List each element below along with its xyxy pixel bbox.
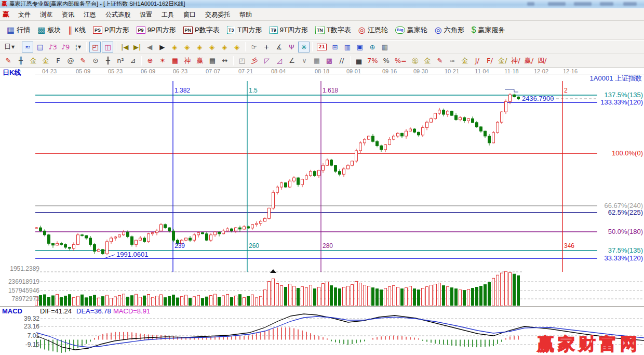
macd-hist-value: MACD=8.91: [113, 308, 150, 314]
gann-vline-count-label: 280: [323, 243, 333, 249]
gann-level-label: 62.5%(225): [608, 209, 643, 216]
volume-axis-label: 236918919: [3, 279, 39, 285]
gann-level-label: 133.33%(120): [600, 99, 643, 106]
volume-series: [35, 271, 520, 306]
date-label: 05-23: [108, 68, 123, 75]
macd-indicator-label[interactable]: MACD: [2, 308, 22, 314]
macd-axis-label: 39.32: [3, 315, 39, 322]
period-label: 日K线: [3, 69, 21, 76]
last-price-label: 2436.7900: [522, 95, 554, 102]
date-label: 09-30: [413, 68, 428, 75]
gann-level-label: 37.5%(135): [608, 247, 643, 254]
symbol-label: 1A0001 上证指数: [590, 75, 642, 82]
low-annotation-leader: [104, 255, 115, 258]
chart-marker-triangle: [270, 269, 276, 273]
macd-axis-label: 7.01: [3, 333, 39, 339]
macd-axis-label: -9.15: [3, 341, 39, 348]
date-label: 06-23: [173, 68, 187, 75]
gann-vline-count-label: 239: [175, 243, 185, 249]
chart-graphics: [0, 0, 644, 355]
low-annotation-label: 1991.0601: [116, 251, 148, 258]
date-label: 11-18: [504, 68, 518, 75]
date-label: 08-18: [315, 68, 329, 75]
date-label: 12-02: [534, 68, 548, 75]
date-label: 06-09: [141, 68, 155, 75]
min-price-label: 1951.2389: [3, 266, 39, 272]
date-label: 08-04: [271, 68, 286, 75]
macd-dif-value: DIF=41.24: [40, 308, 72, 314]
date-label: 12-16: [563, 68, 578, 75]
gann-vline-top-label: 1.618: [323, 87, 338, 94]
date-label: 05-09: [76, 68, 90, 75]
candlestick-series: [35, 93, 520, 255]
app-window: { "window": { "title": "赢家江恩专业版[赢家内部服务平台…: [0, 0, 644, 355]
date-label: 09-16: [382, 68, 397, 75]
gann-level-label: 50.0%(180): [608, 228, 643, 235]
gann-vline-top-label: 1.5: [249, 87, 258, 94]
date-label: 10-21: [445, 68, 459, 75]
gann-vline-top-label: 2: [564, 87, 568, 94]
gann-vline-count-label: 346: [564, 243, 574, 249]
date-label: 04-23: [42, 68, 57, 75]
gann-level-label: 100.0%(0): [612, 150, 643, 156]
gann-vline-top-label: 1.382: [175, 87, 190, 94]
date-label: 07-07: [206, 68, 220, 75]
gann-vline-count-label: 260: [249, 243, 259, 249]
date-label: 07-21: [238, 68, 253, 75]
volume-axis-label: 157945946: [3, 287, 39, 294]
date-label: 09-01: [346, 68, 361, 75]
macd-axis-label: 23.16: [3, 323, 39, 330]
date-label: 11-04: [475, 68, 489, 75]
site-watermark: 赢家财富网: [537, 333, 641, 355]
volume-axis-label: 78972973: [3, 296, 39, 303]
peak-marker: [505, 89, 518, 92]
macd-dea-value: DEA=36.78: [76, 308, 111, 314]
macd-histogram: [36, 327, 519, 353]
gann-level-label: 33.33%(120): [605, 255, 643, 261]
gann-level-label: 137.5%(135): [605, 91, 643, 98]
